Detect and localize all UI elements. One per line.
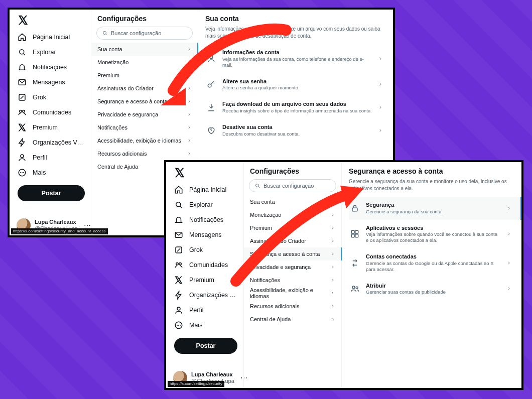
status-url: https://x.com/settings/security [168, 381, 224, 387]
settings-item-monetization[interactable]: Monetização [244, 208, 341, 221]
x-logo[interactable] [174, 167, 185, 178]
x-logo[interactable] [18, 15, 29, 26]
svg-rect-28 [355, 234, 358, 237]
option-connected-accounts[interactable]: Contas conectadasGerencie as contas do G… [349, 248, 514, 278]
chevron-right-icon [187, 151, 192, 156]
settings-item-extra[interactable]: Recursos adicionais [91, 147, 198, 160]
settings-item-security[interactable]: Segurança e acesso à conta [244, 247, 341, 260]
more-circle-icon [174, 321, 183, 330]
option-apps-sessions[interactable]: Aplicativos e sessõesVeja informações so… [349, 220, 514, 249]
svg-point-20 [177, 325, 178, 326]
grok-icon [174, 245, 183, 254]
settings-item-privacy[interactable]: Privacidade e segurança [91, 108, 198, 121]
settings-item-account[interactable]: Sua conta [91, 43, 198, 56]
nav-label: Comunidades [189, 261, 228, 269]
nav-label: Explorar [189, 201, 213, 208]
option-desc: Descubra como desativar sua conta. [222, 131, 372, 137]
nav-label: Mais [189, 322, 202, 329]
settings-item-a11y[interactable]: Acessibilidade, exibição e idiomas [244, 287, 341, 300]
option-delegate[interactable]: AtribuirGerenciar suas contas de publici… [349, 278, 514, 301]
post-button[interactable]: Postar [174, 338, 237, 354]
settings-item-notifications[interactable]: Notificações [91, 121, 198, 134]
settings-item-notifications[interactable]: Notificações [244, 274, 341, 287]
nav-orgs[interactable]: Organizações Verific [171, 288, 240, 303]
settings-item-account[interactable]: Sua conta [244, 195, 341, 208]
option-title: Desative sua conta [222, 124, 372, 131]
nav-profile[interactable]: Perfil [171, 303, 240, 318]
nav-grok[interactable]: Grok [171, 242, 240, 257]
chevron-right-icon [187, 125, 192, 130]
svg-rect-26 [355, 231, 358, 234]
svg-point-13 [176, 202, 181, 207]
nav-communities[interactable]: Comunidades [171, 257, 240, 273]
nav-orgs[interactable]: Organizações Verific [15, 135, 88, 150]
profile-name: Lupa Charleaux [191, 371, 234, 378]
nav-notifications[interactable]: Notificações [171, 212, 240, 227]
settings-item-security[interactable]: Segurança e acesso à conta [91, 95, 198, 108]
svg-point-5 [21, 155, 24, 158]
option-security[interactable]: SegurançaGerencie a segurança da sua con… [349, 197, 521, 220]
nav-more[interactable]: Mais [15, 165, 88, 180]
detail-title: Segurança e acesso à conta [349, 167, 514, 175]
nav-premium[interactable]: Premium [15, 120, 88, 135]
settings-item-label: Assinaturas do Criador [97, 85, 154, 91]
settings-item-premium[interactable]: Premium [244, 221, 341, 234]
option-title: Altere sua senha [222, 78, 372, 85]
nav-more[interactable]: Mais [171, 318, 240, 333]
chevron-right-icon [330, 238, 335, 243]
nav-explore[interactable]: Explorar [171, 197, 240, 212]
settings-item-premium[interactable]: Premium [91, 69, 198, 82]
svg-point-23 [256, 184, 259, 187]
svg-point-0 [20, 50, 24, 54]
nav-notifications[interactable]: Notificações [15, 60, 88, 75]
nav-communities[interactable]: Comunidades [15, 105, 88, 120]
nav-messages[interactable]: Mensagens [171, 227, 240, 242]
search-placeholder: Buscar configuração [111, 30, 161, 36]
svg-point-22 [180, 325, 181, 326]
nav-profile[interactable]: Perfil [15, 150, 88, 165]
nav-explore[interactable]: Explorar [15, 45, 88, 60]
mail-icon [174, 230, 183, 239]
screenshot-2: Página Inicial Explorar Notificações Men… [165, 161, 523, 389]
nav-label: Página Inicial [33, 34, 70, 41]
settings-item-extra[interactable]: Recursos adicionais [244, 300, 341, 313]
search-input[interactable]: Buscar configuração [96, 27, 193, 40]
settings-item-creator[interactable]: Assinaturas do Criador [91, 82, 198, 95]
search-placeholder: Buscar configuração [263, 183, 314, 189]
search-input[interactable]: Buscar configuração [249, 179, 336, 192]
apps-icon [350, 229, 360, 239]
settings-item-label: Central de Ajuda [97, 164, 138, 170]
option-download-data[interactable]: Faça download de um arquivo com seus dad… [205, 96, 386, 119]
option-title: Informações da conta [222, 49, 372, 56]
svg-point-4 [23, 110, 25, 113]
detail-subtitle: Veja informações sobre sua conta, baixe … [205, 26, 386, 39]
option-title: Faça download de um arquivo com seus dad… [222, 101, 372, 108]
nav-premium[interactable]: Premium [171, 273, 240, 288]
option-deactivate[interactable]: Desative sua contaDescubra como desativa… [205, 119, 386, 142]
option-desc: Gerencie a segurança da sua conta. [366, 209, 500, 215]
settings-item-privacy[interactable]: Privacidade e segurança [244, 260, 341, 274]
communities-icon [18, 108, 27, 117]
settings-item-label: Segurança e acesso à conta [250, 251, 320, 257]
nav-label: Comunidades [33, 109, 71, 116]
settings-item-a11y[interactable]: Acessibilidade, exibição e idiomas [91, 134, 198, 147]
home-icon [174, 185, 183, 194]
option-account-info[interactable]: Informações da contaVeja as informações … [205, 44, 386, 73]
nav-label: Página Inicial [189, 186, 226, 193]
chevron-right-icon [187, 73, 192, 78]
nav-messages[interactable]: Mensagens [15, 75, 88, 90]
chevron-right-icon [330, 278, 335, 283]
settings-item-monetization[interactable]: Monetização [91, 56, 198, 69]
nav-home[interactable]: Página Inicial [15, 30, 88, 45]
settings-item-creator[interactable]: Assinaturas do Criador [244, 234, 341, 247]
settings-item-help[interactable]: Central de Ajuda [244, 313, 341, 326]
search-icon [102, 30, 108, 36]
person-icon [174, 306, 183, 315]
post-button-label: Postar [196, 342, 216, 349]
nav-grok[interactable]: Grok [15, 90, 88, 105]
chevron-right-icon [330, 212, 335, 217]
post-button[interactable]: Postar [18, 185, 85, 201]
nav-home[interactable]: Página Inicial [171, 182, 240, 197]
chevron-right-icon [187, 60, 192, 65]
option-change-password[interactable]: Altere sua senhaAltere a senha a qualque… [205, 73, 386, 96]
